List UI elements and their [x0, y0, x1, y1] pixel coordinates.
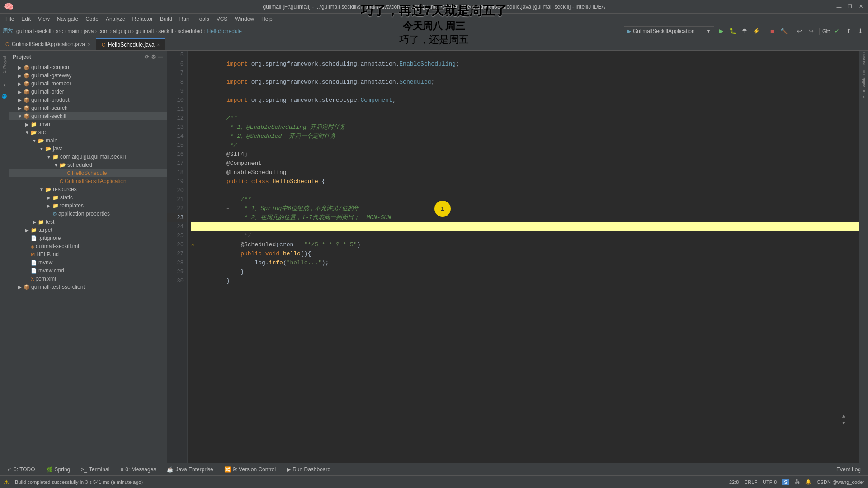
- tab-run-dashboard[interactable]: ▶ Run Dashboard: [281, 465, 336, 474]
- sidebar-gear-icon[interactable]: ⚙: [151, 54, 156, 60]
- menu-help[interactable]: Help: [258, 15, 276, 23]
- git-push[interactable]: ⬆: [844, 26, 854, 36]
- close-button[interactable]: ✕: [857, 3, 864, 10]
- tree-gulimall-member[interactable]: ▶ 📦 gulimall-member: [9, 80, 167, 88]
- tree-scheduled[interactable]: ▼ 📂 scheduled: [9, 161, 167, 169]
- menu-vcs[interactable]: VCS: [213, 15, 231, 23]
- build-button[interactable]: 🔨: [779, 26, 789, 36]
- tree-test-sso[interactable]: ▶ 📦 gulimall-test-sso-client: [9, 283, 167, 291]
- code-line-8: [191, 78, 859, 87]
- status-line-ending[interactable]: CRLF: [744, 479, 757, 485]
- arrow-search: ▶: [16, 106, 24, 111]
- stop-button[interactable]: ■: [767, 26, 777, 36]
- status-ime[interactable]: 英: [795, 479, 800, 485]
- menu-refactor[interactable]: Refactor: [129, 15, 156, 23]
- redo-button[interactable]: ↪: [807, 26, 816, 36]
- menu-run[interactable]: Run: [176, 15, 193, 23]
- tab-java-enterprise[interactable]: ☕ Java Enterprise: [161, 465, 218, 474]
- tab-close2[interactable]: ×: [157, 42, 160, 47]
- tree-appprops[interactable]: ⚙ application.properties: [9, 210, 167, 218]
- bc-src[interactable]: src: [56, 28, 63, 34]
- bc-main[interactable]: main: [67, 28, 79, 34]
- bean-validation-label[interactable]: Bean Validation: [862, 70, 866, 98]
- tree-gitignore[interactable]: 📄 .gitignore: [9, 234, 167, 242]
- tab-helloschedule[interactable]: C HelloSchedule.java ×: [96, 38, 166, 50]
- bc-scheduled[interactable]: scheduled: [178, 28, 203, 34]
- git-pull[interactable]: ⬇: [855, 26, 865, 36]
- profile-button[interactable]: ⚡: [751, 26, 761, 36]
- status-encoding[interactable]: UTF-8: [763, 479, 777, 485]
- minimize-button[interactable]: —: [835, 3, 843, 10]
- tab-todo[interactable]: ✓ 6: TODO: [2, 465, 41, 474]
- tree-helpmd[interactable]: M HELP.md: [9, 250, 167, 258]
- maven-label[interactable]: Maven: [862, 52, 866, 65]
- menu-analyze[interactable]: Analyze: [102, 15, 129, 23]
- run-config-dropdown[interactable]: ▶ GulimallSeckillApplication ▼: [624, 26, 714, 36]
- git-checkmark[interactable]: ✓: [832, 26, 842, 36]
- bc-java[interactable]: java: [84, 28, 94, 34]
- code-line-17: @EnableScheduling: [191, 159, 859, 168]
- arrow-iml: [24, 244, 31, 249]
- tree-mvnwcmd[interactable]: 📄 mvnw.cmd: [9, 267, 167, 275]
- tree-target[interactable]: ▶ 📁 target: [9, 226, 167, 234]
- sidebar-minimize-icon[interactable]: —: [158, 54, 163, 60]
- menu-window[interactable]: Window: [231, 15, 258, 23]
- tree-templates[interactable]: ▶ 📁 templates: [9, 202, 167, 210]
- tree-java[interactable]: ▼ 📂 java: [9, 145, 167, 153]
- menu-navigate[interactable]: Navigate: [53, 15, 82, 23]
- tree-static[interactable]: ▶ 📁 static: [9, 193, 167, 202]
- tree-test[interactable]: ▶ 📁 test: [9, 218, 167, 226]
- menu-tools[interactable]: Tools: [193, 15, 213, 23]
- tree-gulimall-coupon[interactable]: ▶ 📦 gulimall-coupon: [9, 63, 167, 71]
- tree-pomxml[interactable]: X pom.xml: [9, 275, 167, 283]
- menu-view[interactable]: View: [34, 15, 53, 23]
- tab-terminal[interactable]: >_ Terminal: [75, 465, 115, 474]
- menu-build[interactable]: Build: [156, 15, 176, 23]
- tree-mvn[interactable]: ▶ 📁 .mvn: [9, 120, 167, 128]
- module-icon-search: 📦: [24, 105, 30, 111]
- debug-button[interactable]: 🐛: [728, 26, 738, 36]
- tree-iml[interactable]: ◈ gulimall-seckill.iml: [9, 242, 167, 250]
- tree-gulimall-product[interactable]: ▶ 📦 gulimall-product: [9, 96, 167, 104]
- tree-gulimall-gateway[interactable]: ▶ 📦 gulimall-gateway: [9, 71, 167, 80]
- menu-edit[interactable]: Edit: [18, 15, 34, 23]
- menu-code[interactable]: Code: [82, 15, 102, 23]
- code-line-18: public class HelloSchedule { i: [191, 168, 859, 177]
- tree-src[interactable]: ▼ 📂 src: [9, 128, 167, 136]
- sidebar-sync-icon[interactable]: ⟳: [145, 54, 149, 60]
- event-log-tab[interactable]: Event Log: [831, 465, 866, 474]
- status-sougou[interactable]: S: [782, 479, 789, 485]
- code-editor[interactable]: 5 6 7 8 9 10 11 12 13 14 15 16 17 18 19 …: [167, 51, 859, 463]
- tree-gulimall-seckill[interactable]: ▼ 📦 gulimall-seckill: [9, 112, 167, 120]
- bc-seckill[interactable]: seckill: [158, 28, 173, 34]
- tab-gulimallseckill[interactable]: C GulimallSeckillApplication.java ×: [0, 38, 96, 50]
- tree-helloschedule[interactable]: C HelloSchedule: [9, 169, 167, 177]
- tree-gulimall-order[interactable]: ▶ 📦 gulimall-order: [9, 88, 167, 96]
- bc-atguigu[interactable]: atguigu: [113, 28, 131, 34]
- tree-gulimallseckillapp[interactable]: C GulimallSeckillApplication: [9, 177, 167, 185]
- scroll-down[interactable]: ▼: [842, 420, 845, 427]
- scroll-up[interactable]: ▲: [842, 413, 845, 419]
- menu-file[interactable]: File: [2, 15, 18, 23]
- bc-gulimall[interactable]: gulimall: [135, 28, 154, 34]
- undo-button[interactable]: ↩: [795, 26, 805, 36]
- maximize-button[interactable]: ❐: [846, 3, 854, 10]
- tree-mvnw[interactable]: 📄 mvnw: [9, 258, 167, 267]
- tree-main[interactable]: ▼ 📂 main: [9, 136, 167, 145]
- tree-package[interactable]: ▼ 📁 com.atguigu.gulimall.seckill: [9, 153, 167, 161]
- tree-gulimall-search[interactable]: ▶ 📦 gulimall-search: [9, 104, 167, 112]
- bc-module[interactable]: gulimall-seckill: [16, 28, 51, 34]
- tab-version-control[interactable]: 🔀 9: Version Control: [219, 465, 281, 474]
- web-icon[interactable]: 🌐: [2, 94, 7, 99]
- favorites-icon[interactable]: ★: [3, 83, 6, 88]
- tree-resources[interactable]: ▼ 📂 resources: [9, 185, 167, 193]
- tab-spring[interactable]: 🌿 Spring: [41, 465, 76, 474]
- tab-messages[interactable]: ≡ 0: Messages: [115, 465, 161, 474]
- coverage-button[interactable]: ☂: [740, 26, 750, 36]
- bc-com[interactable]: com: [98, 28, 108, 34]
- run-button[interactable]: ▶: [716, 26, 726, 36]
- bc-helloschedule[interactable]: HelloSchedule: [207, 28, 242, 34]
- tab-close1[interactable]: ×: [88, 42, 90, 47]
- status-position[interactable]: 22:8: [729, 479, 739, 485]
- code-area[interactable]: import org.springframework.scheduling.an…: [188, 51, 859, 463]
